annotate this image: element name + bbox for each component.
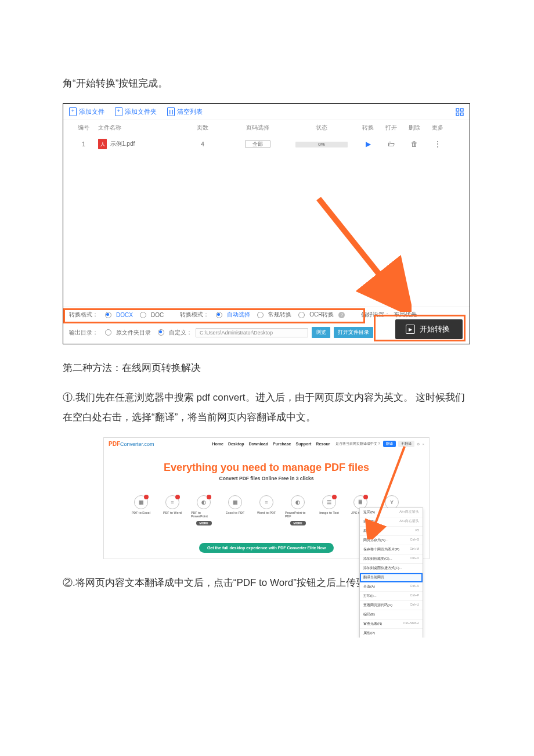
empty-area bbox=[63, 153, 470, 307]
context-item[interactable]: 返回(B)Alt+向左箭头 bbox=[360, 508, 423, 517]
context-item[interactable]: 审查元素(N)Ctrl+Shift+I bbox=[360, 620, 423, 629]
radio-docx[interactable] bbox=[105, 312, 111, 318]
format-label: 转换格式： bbox=[69, 311, 98, 319]
nav-home[interactable]: Home bbox=[212, 442, 223, 446]
context-item[interactable]: 保存整个网页为图片(P)Ctrl+M bbox=[360, 545, 423, 555]
radio-ocr[interactable] bbox=[298, 312, 305, 318]
icon-pdf-to-ppt[interactable]: ◐ PDF to PowerPoint MORE bbox=[191, 495, 217, 525]
col-open: 打开 bbox=[380, 124, 403, 132]
start-label: 开始转换 bbox=[420, 324, 450, 334]
clear-list-label: 清空列表 bbox=[177, 107, 203, 116]
nav-resour[interactable]: Resour bbox=[316, 442, 330, 446]
web-nav: Home Desktop Download Purchase Support R… bbox=[212, 442, 330, 446]
web-hero: Everything you need to manage PDF files … bbox=[104, 450, 429, 487]
nav-purchase[interactable]: Purchase bbox=[273, 442, 291, 446]
settings-icon[interactable]: ⚙ bbox=[417, 442, 420, 446]
context-item[interactable]: 翻译当前网页 bbox=[360, 573, 423, 582]
svg-rect-2 bbox=[456, 113, 459, 116]
opt-orig[interactable]: 原文件夹目录 bbox=[116, 329, 151, 337]
cell-open[interactable]: 🗁 bbox=[380, 140, 403, 148]
more-a[interactable]: MORE bbox=[196, 521, 212, 525]
add-folder-button[interactable]: 添加文件夹 bbox=[115, 107, 157, 116]
opt-ocr[interactable]: OCR转换 bbox=[309, 311, 334, 319]
hero-sub: Convert PDF files Online Free in 3 click… bbox=[104, 476, 429, 481]
context-item[interactable]: 网页另存为(S)...Ctrl+S bbox=[360, 536, 423, 545]
page-select-button[interactable]: 全部 bbox=[245, 140, 270, 148]
context-item[interactable]: 全选(A)Ctrl+A bbox=[360, 582, 423, 592]
context-item[interactable]: 前进(F)Alt+向右箭头 bbox=[360, 517, 423, 527]
play-icon: ▶ bbox=[366, 140, 371, 148]
close-icon[interactable]: × bbox=[422, 442, 424, 446]
cell-convert[interactable]: ▶ bbox=[356, 140, 380, 148]
radio-doc[interactable] bbox=[140, 312, 146, 318]
context-item[interactable]: 添加到收藏夹(O)...Ctrl+D bbox=[360, 555, 423, 564]
cell-delete[interactable]: 🗑 bbox=[403, 140, 426, 148]
add-folder-label: 添加文件夹 bbox=[125, 107, 157, 116]
icon-ppt-to-pdf[interactable]: ◐PowerPoint to PDF MORE bbox=[285, 495, 311, 525]
radio-auto[interactable] bbox=[216, 312, 222, 318]
icon-pdf-to-excel[interactable]: ▦ PDF to Excel bbox=[128, 495, 154, 525]
icon-image-to-text[interactable]: ☰Image to Text bbox=[316, 495, 342, 525]
web-screenshot: PDFConverter.com Home Desktop Download P… bbox=[103, 437, 430, 559]
no-translate-button[interactable]: 不翻译 bbox=[398, 441, 414, 447]
table-row[interactable]: 1 示例1.pdf 4 全部 0% ▶ 🗁 🗑 ⋮ bbox=[63, 135, 470, 153]
paragraph-step1: ①.我们先在任意浏览器中搜索 pdf convert。进入后，由于网页原文内容为… bbox=[63, 388, 471, 427]
nav-support[interactable]: Support bbox=[296, 442, 312, 446]
start-convert-button[interactable]: ▶ 开始转换 bbox=[395, 319, 463, 339]
hero-title: Everything you need to manage PDF files bbox=[104, 462, 429, 474]
more-b[interactable]: MORE bbox=[290, 521, 306, 525]
radio-orig[interactable] bbox=[105, 329, 111, 336]
radio-normal[interactable] bbox=[257, 312, 264, 318]
grid-view-icon[interactable] bbox=[456, 108, 464, 116]
folder-icon: 🗁 bbox=[388, 140, 395, 148]
open-output-button[interactable]: 打开文件目录 bbox=[334, 327, 373, 338]
svg-rect-3 bbox=[461, 113, 464, 116]
web-topbar: PDFConverter.com Home Desktop Download P… bbox=[104, 438, 429, 450]
context-item[interactable]: 刷新(L)F5 bbox=[360, 527, 423, 536]
cell-id: 1 bbox=[69, 141, 98, 147]
svg-rect-1 bbox=[461, 109, 464, 111]
context-item[interactable]: 打印(I)...Ctrl+P bbox=[360, 592, 423, 601]
paragraph-intro: 角“开始转换”按钮完成。 bbox=[63, 74, 471, 93]
nav-download[interactable]: Download bbox=[249, 442, 268, 446]
trash-icon bbox=[167, 107, 175, 116]
output-label: 输出目录： bbox=[69, 329, 98, 337]
play-box-icon: ▶ bbox=[406, 325, 415, 334]
path-input[interactable]: C:\Users\Administrator\Desktop bbox=[196, 328, 308, 337]
more-icon: ⋮ bbox=[434, 139, 442, 149]
radio-custom[interactable] bbox=[158, 329, 164, 336]
add-file-button[interactable]: 添加文件 bbox=[69, 107, 104, 116]
pref-value[interactable]: 布局优先 bbox=[394, 311, 417, 319]
progress-bar: 0% bbox=[295, 142, 348, 147]
icon-pdf-to-word[interactable]: ≡ PDF to Word bbox=[160, 495, 185, 525]
opt-docx[interactable]: DOCX bbox=[116, 312, 133, 318]
translate-button[interactable]: 翻译 bbox=[383, 441, 396, 447]
cell-more[interactable]: ⋮ bbox=[426, 139, 449, 149]
context-item[interactable]: 查看网页源代码(V)Ctrl+U bbox=[360, 601, 423, 610]
col-pages: 页数 bbox=[176, 124, 229, 132]
cta-button[interactable]: Get the full desktop experience with PDF… bbox=[199, 543, 334, 553]
opt-normal[interactable]: 常规转换 bbox=[268, 311, 291, 319]
context-item[interactable]: 添加到桌面快捷方式(F)... bbox=[360, 564, 423, 573]
browse-button[interactable]: 浏览 bbox=[312, 327, 330, 338]
col-pagesel: 页码选择 bbox=[229, 124, 287, 132]
opt-doc[interactable]: DOC bbox=[151, 312, 164, 318]
pdf-icon bbox=[98, 139, 107, 149]
icon-word-to-pdf[interactable]: ≡Word to PDF bbox=[254, 495, 279, 525]
cell-pagesel[interactable]: 全部 bbox=[229, 141, 287, 148]
add-file-label: 添加文件 bbox=[79, 107, 104, 116]
col-delete: 删除 bbox=[403, 124, 426, 132]
context-item[interactable]: 属性(P) bbox=[360, 629, 423, 638]
cell-name: 示例1.pdf bbox=[98, 139, 176, 149]
paragraph-method2: 第二种方法：在线网页转换解决 bbox=[63, 358, 471, 378]
nav-desktop[interactable]: Desktop bbox=[228, 442, 244, 446]
clear-list-button[interactable]: 清空列表 bbox=[167, 107, 203, 116]
opt-auto[interactable]: 自动选择 bbox=[227, 311, 250, 319]
context-item[interactable]: 编码(E) bbox=[360, 610, 423, 620]
icon-excel-to-pdf[interactable]: ▦Excel to PDF bbox=[222, 495, 248, 525]
app-screenshot: 添加文件 添加文件夹 清空列表 编号 文件名称 页数 页码选 bbox=[63, 103, 470, 344]
translate-q: 是否将当前网页翻译成中文？ bbox=[335, 441, 381, 447]
opt-custom[interactable]: 自定义： bbox=[169, 329, 192, 337]
help-icon[interactable]: ? bbox=[338, 312, 345, 318]
col-convert: 转换 bbox=[356, 124, 380, 132]
